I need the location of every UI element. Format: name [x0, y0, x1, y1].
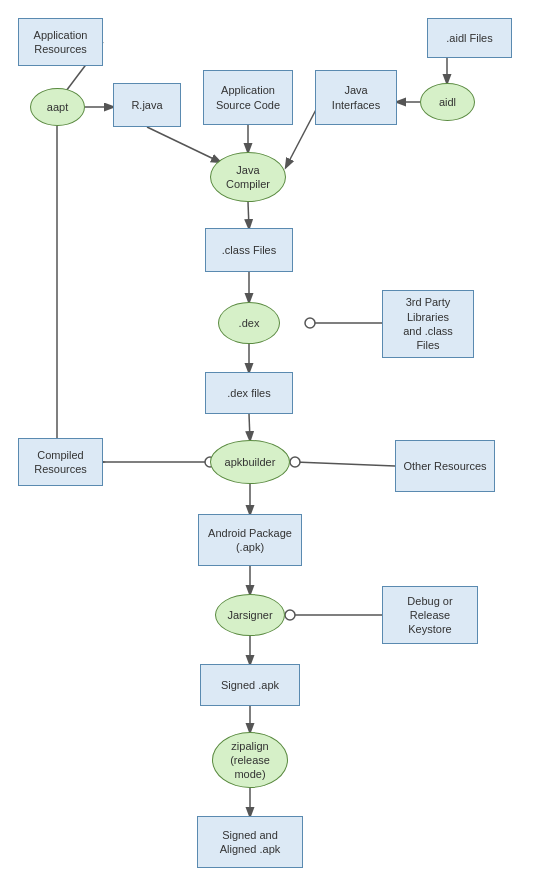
aidl-files-box: .aidl Files [427, 18, 512, 58]
r-java-box: R.java [113, 83, 181, 127]
aapt-oval: aapt [30, 88, 85, 126]
svg-line-17 [295, 462, 395, 466]
apkbuilder-oval: apkbuilder [210, 440, 290, 484]
jarsigner-oval: Jarsigner [215, 594, 285, 636]
dex-files-box: .dex files [205, 372, 293, 414]
other-resources-box: Other Resources [395, 440, 495, 492]
svg-point-18 [290, 457, 300, 467]
third-party-box: 3rd PartyLibrariesand .classFiles [382, 290, 474, 358]
dex-oval: .dex [218, 302, 280, 344]
class-files-box: .class Files [205, 228, 293, 272]
java-compiler-oval: JavaCompiler [210, 152, 286, 202]
svg-line-12 [249, 414, 250, 440]
app-resources-box: ApplicationResources [18, 18, 103, 66]
zipalign-oval: zipalign(releasemode) [212, 732, 288, 788]
build-process-diagram: ApplicationResources .aidl Files aapt R.… [0, 0, 536, 882]
android-package-box: Android Package(.apk) [198, 514, 302, 566]
signed-apk-box: Signed .apk [200, 664, 300, 706]
svg-line-4 [147, 127, 220, 162]
aidl-oval: aidl [420, 83, 475, 121]
signed-aligned-box: Signed andAligned .apk [197, 816, 303, 868]
svg-point-22 [285, 610, 295, 620]
debug-keystore-box: Debug orReleaseKeystore [382, 586, 478, 644]
java-interfaces-box: JavaInterfaces [315, 70, 397, 125]
svg-line-7 [248, 202, 249, 228]
app-source-code-box: ApplicationSource Code [203, 70, 293, 125]
svg-point-10 [305, 318, 315, 328]
compiled-resources-box: CompiledResources [18, 438, 103, 486]
